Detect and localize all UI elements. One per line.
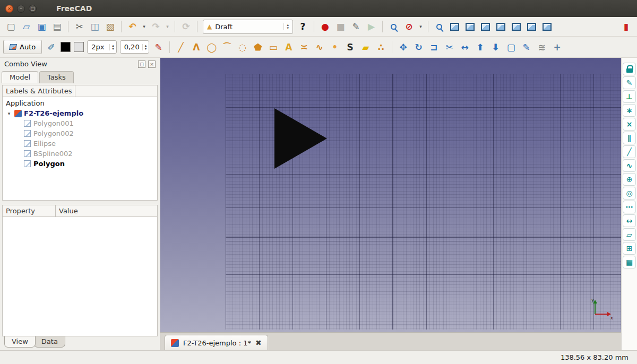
draft-circle-icon[interactable]: ◯ — [204, 40, 219, 54]
whats-this-icon[interactable]: ? — [296, 20, 310, 34]
undo-icon[interactable]: ↶ — [125, 20, 140, 34]
spinner-arrows-icon[interactable]: ▴▾ — [109, 44, 116, 50]
face-color-swatch[interactable] — [74, 42, 84, 52]
text-scale-spinner[interactable]: 0,20▴▾ — [120, 40, 150, 54]
draft-offset-icon[interactable]: ⊐ — [427, 40, 441, 54]
panel-splitter[interactable] — [0, 201, 160, 205]
tree-item-polygon002[interactable]: Polygon002 — [3, 128, 157, 138]
draft-rotate-icon[interactable]: ↻ — [411, 40, 426, 54]
tab-tasks[interactable]: Tasks — [39, 71, 74, 83]
window-close-button[interactable]: × — [5, 5, 13, 13]
redo-icon[interactable]: ↷ — [149, 20, 163, 34]
print-document-icon[interactable]: ▤ — [50, 20, 64, 34]
save-document-icon[interactable]: ▣ — [35, 20, 49, 34]
snap-parallel-icon[interactable]: ∥ — [623, 132, 636, 144]
undo-dropdown-icon[interactable]: ▾ — [141, 20, 148, 34]
snap-angle-icon[interactable]: ∗ — [623, 104, 636, 117]
redo-dropdown-icon[interactable]: ▾ — [164, 20, 171, 34]
macro-play-icon[interactable]: ▶ — [364, 20, 378, 34]
polygon-shape[interactable] — [160, 58, 621, 332]
copy-icon[interactable]: ◫ — [88, 20, 102, 34]
line-width-spinner[interactable]: 2px▴▾ — [87, 40, 117, 54]
expander-icon[interactable]: ▾ — [6, 111, 12, 116]
snap-perpendicular-icon[interactable]: ⊥ — [623, 90, 636, 103]
draft-downgrade-icon[interactable]: ⬇ — [488, 40, 503, 54]
macro-record-icon[interactable]: ● — [318, 20, 332, 34]
draft-scale-icon[interactable]: ▢ — [504, 40, 518, 54]
clip-dropdown-icon[interactable]: ▾ — [417, 20, 424, 34]
tree-item-application[interactable]: Application — [3, 98, 157, 108]
draft-add-point-icon[interactable]: + — [550, 40, 564, 54]
draft-dimension-icon[interactable]: ≍ — [297, 40, 311, 54]
tab-view[interactable]: View — [4, 336, 36, 348]
draft-shape2dview-icon[interactable]: ≋ — [535, 40, 549, 54]
tab-model[interactable]: Model — [2, 71, 38, 83]
toggle-construction-mode-icon[interactable]: ✐ — [44, 40, 58, 54]
draft-shapestring-icon[interactable]: S — [343, 40, 357, 54]
clip-plane-icon[interactable]: ⊘ — [402, 20, 416, 34]
snap-working-plane-icon[interactable]: ▱ — [623, 228, 636, 241]
view-top-icon[interactable] — [478, 20, 493, 34]
spinner-arrows-icon[interactable]: ▴▾ — [142, 44, 149, 50]
snap-endpoint-icon[interactable]: ✎ — [623, 76, 636, 89]
snap-lock-icon[interactable] — [623, 63, 636, 75]
property-body[interactable] — [3, 217, 157, 336]
working-plane-button[interactable]: Auto — [3, 40, 42, 54]
tree-item-bspline002[interactable]: BSpline002 — [3, 149, 157, 159]
window-maximize-button[interactable]: ▢ — [29, 5, 37, 13]
draft-move-icon[interactable]: ✥ — [396, 40, 410, 54]
tab-close-icon[interactable]: ✖ — [255, 339, 262, 347]
tree-item-document[interactable]: ▾ F2-T26-ejemplo — [3, 108, 157, 118]
draft-line-icon[interactable]: ╱ — [174, 40, 188, 54]
window-minimize-button[interactable]: – — [17, 5, 25, 13]
snap-ortho-icon[interactable]: ⊕ — [623, 173, 636, 186]
open-document-icon[interactable]: ▱ — [19, 20, 33, 34]
draft-polygon-icon[interactable] — [251, 40, 265, 54]
draft-rectangle-icon[interactable]: ▭ — [266, 40, 280, 54]
3d-viewport[interactable]: y x — [160, 58, 621, 332]
view-left-icon[interactable] — [540, 20, 554, 34]
zoom-box-selection-icon[interactable] — [386, 20, 401, 34]
snap-special-icon[interactable]: ⋯ — [623, 201, 636, 213]
paste-icon[interactable]: ▧ — [103, 20, 117, 34]
close-panel-icon[interactable]: × — [148, 60, 156, 68]
tab-data[interactable]: Data — [34, 336, 65, 348]
draft-wire-icon[interactable]: Λ — [189, 40, 203, 54]
draft-upgrade-icon[interactable]: ⬆ — [473, 40, 487, 54]
new-document-icon[interactable]: ▢ — [4, 20, 18, 34]
snap-grid-icon[interactable]: ⊞ — [623, 242, 636, 255]
toolbar-overflow-icon[interactable]: ▮ — [619, 20, 633, 34]
workbench-selector[interactable]: ▲Draft▴▾ — [203, 20, 293, 34]
macro-stop-icon[interactable]: ■ — [333, 20, 348, 34]
snap-center-icon[interactable]: ◎ — [623, 187, 636, 200]
draft-point-icon[interactable]: • — [328, 40, 342, 54]
line-color-swatch[interactable] — [61, 42, 71, 52]
draft-bspline-icon[interactable]: ∿ — [312, 40, 326, 54]
snap-dimensions-icon[interactable]: ↔ — [623, 214, 636, 227]
view-fit-all-icon[interactable] — [432, 20, 446, 34]
macro-edit-icon[interactable]: ✎ — [349, 20, 363, 34]
tree-item-ellipse[interactable]: Ellipse — [3, 138, 157, 149]
document-tab[interactable]: F2-T26-ejemplo : 1* ✖ — [165, 335, 268, 350]
draft-ellipse-icon[interactable]: ◌ — [235, 40, 249, 54]
tree-body[interactable]: Application ▾ F2-T26-ejemplo Polygon001P… — [3, 97, 157, 200]
tree-item-polygon001[interactable]: Polygon001 — [3, 118, 157, 128]
draft-clone-icon[interactable]: ∴ — [374, 40, 388, 54]
view-rear-icon[interactable] — [509, 20, 523, 34]
apply-style-icon[interactable]: ✎ — [151, 40, 166, 54]
view-axonometric-icon[interactable] — [447, 20, 462, 34]
draft-edit-icon[interactable]: ✎ — [519, 40, 533, 54]
snap-extension-icon[interactable]: ╱ — [623, 145, 636, 158]
refresh-icon[interactable]: ⟳ — [179, 20, 193, 34]
draft-trimex-icon[interactable]: ✂ — [442, 40, 457, 54]
draft-arc-icon[interactable]: ⌒ — [220, 40, 234, 54]
view-bottom-icon[interactable] — [524, 20, 539, 34]
draft-stretch-icon[interactable]: ↔ — [458, 40, 472, 54]
snap-intersection-icon[interactable]: × — [623, 118, 636, 131]
tree-item-polygon[interactable]: Polygon — [3, 159, 157, 169]
draft-text-icon[interactable]: A — [281, 40, 296, 54]
float-panel-icon[interactable]: ◻ — [138, 60, 145, 68]
snap-near-icon[interactable]: ∿ — [623, 159, 636, 172]
draft-facebinder-icon[interactable]: ▰ — [358, 40, 373, 54]
cut-icon[interactable]: ✂ — [72, 20, 87, 34]
